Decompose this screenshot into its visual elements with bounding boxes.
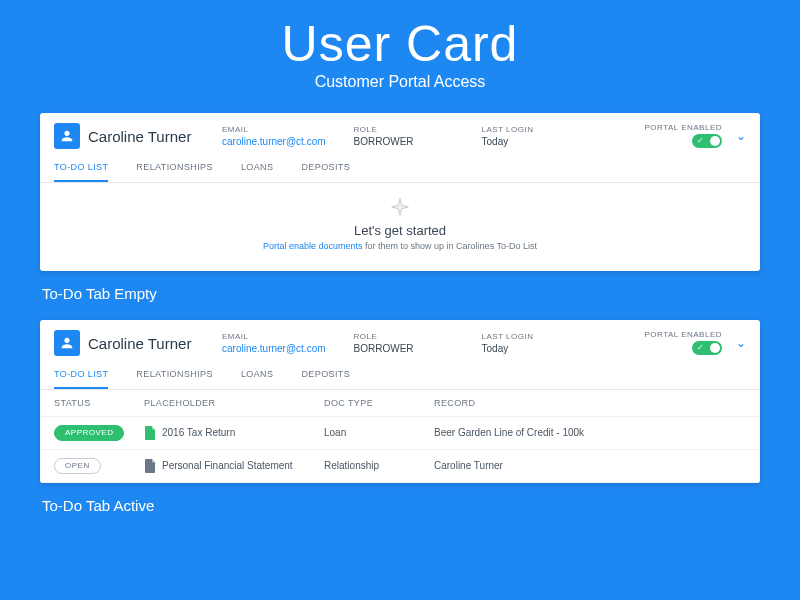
meta-email: EMAIL caroline.turner@ct.com <box>222 125 326 147</box>
section-label-active: To-Do Tab Active <box>42 497 760 514</box>
card-header: Caroline Turner EMAIL caroline.turner@ct… <box>40 320 760 357</box>
meta-last-login-value: Today <box>482 343 582 354</box>
meta-email: EMAIL caroline.turner@ct.com <box>222 332 326 354</box>
meta-last-login-value: Today <box>482 136 582 147</box>
meta-email-value[interactable]: caroline.turner@ct.com <box>222 136 326 147</box>
doctype-text: Loan <box>324 427 434 438</box>
portal-toggle[interactable]: ✓ <box>692 134 722 148</box>
tab-relationships[interactable]: RELATIONSHIPS <box>136 363 213 389</box>
record-text: Beer Garden Line of Credit - 100k <box>434 427 746 438</box>
hero-subtitle: Customer Portal Access <box>40 73 760 91</box>
avatar <box>54 123 80 149</box>
doctype-text: Relationship <box>324 460 434 471</box>
tab-deposits[interactable]: DEPOSITS <box>301 156 350 182</box>
col-doctype-header: DOC TYPE <box>324 398 434 408</box>
person-icon <box>59 335 75 351</box>
meta-role-label: ROLE <box>354 332 454 341</box>
svg-marker-0 <box>392 198 409 215</box>
placeholder-text: Personal Financial Statement <box>162 460 293 471</box>
empty-subtitle: Portal enable documents for them to show… <box>40 241 760 251</box>
tab-loans[interactable]: LOANS <box>241 156 274 182</box>
tabs: TO-DO LIST RELATIONSHIPS LOANS DEPOSITS <box>40 357 760 390</box>
portal-block: PORTAL ENABLED ✓ <box>644 123 722 150</box>
meta-last-login-label: LAST LOGIN <box>482 332 582 341</box>
meta-email-label: EMAIL <box>222 332 326 341</box>
tab-relationships[interactable]: RELATIONSHIPS <box>136 156 213 182</box>
meta-role-label: ROLE <box>354 125 454 134</box>
meta-role-value: BORROWER <box>354 343 454 354</box>
user-block: Caroline Turner <box>54 330 194 356</box>
chevron-down-icon[interactable]: ⌄ <box>736 336 746 350</box>
meta-last-login: LAST LOGIN Today <box>482 125 582 147</box>
meta-last-login: LAST LOGIN Today <box>482 332 582 354</box>
portal-label: PORTAL ENABLED <box>644 123 722 132</box>
placeholder-text: 2016 Tax Return <box>162 427 235 438</box>
document-icon <box>144 459 156 473</box>
chevron-down-icon[interactable]: ⌄ <box>736 129 746 143</box>
record-text: Caroline Turner <box>434 460 746 471</box>
col-placeholder-header: PLACEHOLDER <box>144 398 324 408</box>
table-row[interactable]: APPROVED 2016 Tax Return Loan Beer Garde… <box>40 417 760 450</box>
portal-label: PORTAL ENABLED <box>644 330 722 339</box>
user-name: Caroline Turner <box>88 128 191 145</box>
col-record-header: RECORD <box>434 398 746 408</box>
empty-title: Let's get started <box>40 223 760 238</box>
sparkle-icon <box>390 197 410 219</box>
tab-deposits[interactable]: DEPOSITS <box>301 363 350 389</box>
tabs: TO-DO LIST RELATIONSHIPS LOANS DEPOSITS <box>40 150 760 183</box>
meta-role-value: BORROWER <box>354 136 454 147</box>
document-icon <box>144 426 156 440</box>
avatar <box>54 330 80 356</box>
hero: User Card Customer Portal Access <box>40 18 760 91</box>
person-icon <box>59 128 75 144</box>
col-status-header: STATUS <box>54 398 144 408</box>
meta-role: ROLE BORROWER <box>354 125 454 147</box>
user-card-active: Caroline Turner EMAIL caroline.turner@ct… <box>40 320 760 483</box>
table-row[interactable]: OPEN Personal Financial Statement Relati… <box>40 450 760 483</box>
meta-role: ROLE BORROWER <box>354 332 454 354</box>
table-header: STATUS PLACEHOLDER DOC TYPE RECORD <box>40 390 760 417</box>
meta-email-value[interactable]: caroline.turner@ct.com <box>222 343 326 354</box>
user-name: Caroline Turner <box>88 335 191 352</box>
empty-state: Let's get started Portal enable document… <box>40 183 760 271</box>
card-header: Caroline Turner EMAIL caroline.turner@ct… <box>40 113 760 150</box>
empty-after-text: for them to show up in Carolines To-Do L… <box>363 241 537 251</box>
user-block: Caroline Turner <box>54 123 194 149</box>
section-label-empty: To-Do Tab Empty <box>42 285 760 302</box>
meta-last-login-label: LAST LOGIN <box>482 125 582 134</box>
user-card-empty: Caroline Turner EMAIL caroline.turner@ct… <box>40 113 760 271</box>
tab-todo[interactable]: TO-DO LIST <box>54 156 108 182</box>
hero-title: User Card <box>40 18 760 71</box>
tab-todo[interactable]: TO-DO LIST <box>54 363 108 389</box>
status-badge: OPEN <box>54 458 101 474</box>
status-badge: APPROVED <box>54 425 124 441</box>
portal-toggle[interactable]: ✓ <box>692 341 722 355</box>
tab-loans[interactable]: LOANS <box>241 363 274 389</box>
portal-enable-link[interactable]: Portal enable documents <box>263 241 363 251</box>
portal-block: PORTAL ENABLED ✓ <box>644 330 722 357</box>
meta-email-label: EMAIL <box>222 125 326 134</box>
